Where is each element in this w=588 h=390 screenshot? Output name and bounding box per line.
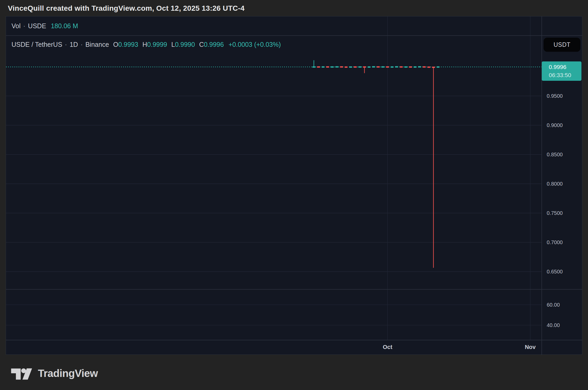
candle-body — [317, 66, 320, 68]
price-axis-label: 0.7500 — [547, 210, 563, 216]
snapshot-title: VinceQuill created with TradingView.com,… — [8, 4, 245, 13]
candle-body — [354, 66, 357, 68]
candle-body — [418, 66, 421, 67]
candle-body — [336, 66, 338, 67]
time-axis-label: Nov — [525, 340, 536, 355]
candle-body — [428, 66, 430, 68]
candle-body — [349, 66, 352, 68]
chart-canvas[interactable] — [6, 16, 583, 355]
separator-dot: · — [80, 41, 83, 48]
ohlc-open: O 0.9993 — [113, 41, 138, 48]
candle-body — [345, 66, 348, 68]
symbol-exchange: Binance — [85, 41, 109, 48]
tradingview-logo-icon — [10, 366, 33, 381]
candle-body — [326, 66, 329, 68]
candle-body — [377, 66, 380, 68]
ohlc-low: L 0.9990 — [171, 41, 195, 48]
quote-currency-badge[interactable]: USDT — [544, 38, 580, 52]
candle-body — [432, 67, 435, 68]
candle-body — [391, 66, 394, 68]
candle-body — [386, 66, 389, 68]
last-price-value: 0.9996 — [549, 63, 581, 71]
price-axis-label: 0.7000 — [547, 239, 563, 245]
time-axis[interactable]: OctNov — [6, 340, 541, 355]
pane-divider-volume-legend — [6, 35, 583, 36]
price-axis-label: 0.8500 — [547, 152, 563, 158]
chart-frame: Vol · USDE 180.06 M USDE / TetherUS · 1D… — [6, 16, 582, 355]
symbol-legend: USDE / TetherUS · 1D · Binance O 0.9993 … — [11, 39, 281, 49]
volume-value: 180.06 M — [51, 22, 78, 30]
candle-body — [409, 66, 412, 68]
symbol-pair: USDE / TetherUS — [11, 41, 62, 48]
volume-symbol: USDE — [28, 22, 46, 30]
separator-dot: · — [65, 41, 67, 48]
candle-body — [322, 66, 325, 68]
candle-body — [414, 66, 417, 68]
ohlc-close: C 0.9996 — [199, 41, 224, 48]
candle-body — [340, 66, 343, 68]
volume-legend: Vol · USDE 180.06 M — [11, 16, 78, 35]
volume-axis-label: 60.00 — [547, 302, 560, 308]
candle-body — [368, 66, 371, 68]
tradingview-logo-text: TradingView — [38, 368, 98, 379]
candle-body — [400, 66, 403, 68]
candle-body — [359, 66, 361, 68]
volume-indicator-label: Vol — [11, 22, 21, 30]
price-change: +0.0003 (+0.03%) — [228, 41, 281, 48]
price-axis-label: 0.6500 — [547, 269, 563, 275]
tradingview-snapshot: VinceQuill created with TradingView.com,… — [0, 0, 588, 390]
candle-body — [395, 66, 398, 67]
candle-body — [372, 66, 375, 67]
price-axis-label: 0.9000 — [547, 122, 563, 128]
tradingview-logo: TradingView — [10, 366, 98, 381]
candle-body — [382, 66, 384, 68]
candle-body — [405, 66, 407, 68]
separator-dot: · — [23, 22, 25, 30]
ohlc-high: H 0.9999 — [142, 41, 167, 48]
last-price-label: 0.9996 06:33:50 — [542, 61, 581, 81]
candle-body — [363, 66, 366, 68]
time-axis-label: Oct — [383, 340, 393, 355]
volume-axis-label: 40.00 — [547, 322, 560, 328]
candle-body — [437, 66, 440, 68]
candle-body — [331, 66, 334, 68]
symbol-interval: 1D — [70, 41, 78, 48]
pane-divider-price-volume — [6, 289, 583, 290]
bar-countdown: 06:33:50 — [549, 71, 581, 79]
candle-body — [423, 66, 426, 68]
candle-body — [313, 66, 315, 68]
price-axis-label: 0.8000 — [547, 181, 563, 187]
price-axis-label: 0.9500 — [547, 93, 563, 99]
